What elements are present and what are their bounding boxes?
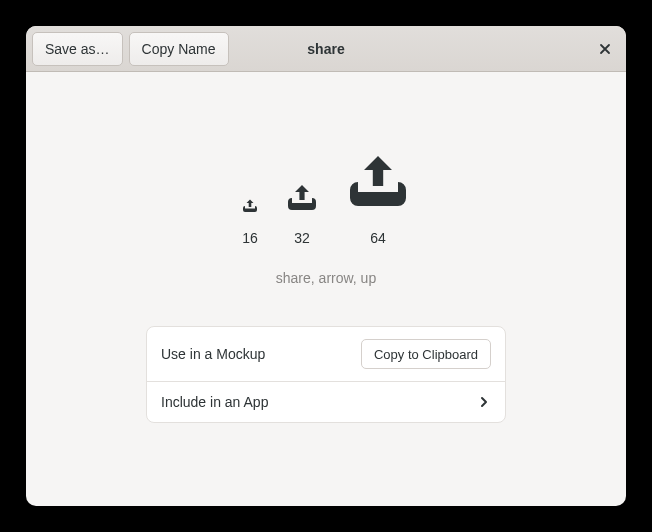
icon-size-label: 32 <box>294 230 310 246</box>
action-list: Use in a Mockup Copy to Clipboard Includ… <box>146 326 506 423</box>
icon-preview-64: 64 <box>346 150 410 246</box>
icon-size-label: 64 <box>370 230 386 246</box>
use-in-mockup-row: Use in a Mockup Copy to Clipboard <box>147 327 505 381</box>
icon-preview-32: 32 <box>286 182 318 246</box>
include-in-app-row[interactable]: Include in an App <box>147 381 505 422</box>
icon-detail-window: Save as… Copy Name share 16 32 <box>26 26 626 506</box>
copy-name-button[interactable]: Copy Name <box>129 32 229 66</box>
include-in-app-label: Include in an App <box>161 394 268 410</box>
close-icon <box>599 43 611 55</box>
headerbar: Save as… Copy Name share <box>26 26 626 72</box>
icon-size-preview-row: 16 32 64 <box>242 150 410 246</box>
icon-preview-16: 16 <box>242 198 258 246</box>
share-icon <box>286 182 318 214</box>
copy-to-clipboard-button[interactable]: Copy to Clipboard <box>361 339 491 369</box>
share-icon <box>242 198 258 214</box>
icon-tags: share, arrow, up <box>276 270 376 286</box>
close-button[interactable] <box>590 34 620 64</box>
chevron-right-icon <box>477 395 491 409</box>
header-button-group: Save as… Copy Name <box>32 32 229 66</box>
icon-size-label: 16 <box>242 230 258 246</box>
content-area: 16 32 64 share, arrow, up Use in a Mocku… <box>26 72 626 506</box>
save-as-button[interactable]: Save as… <box>32 32 123 66</box>
use-in-mockup-label: Use in a Mockup <box>161 346 265 362</box>
window-title: share <box>307 41 344 57</box>
share-icon <box>346 150 410 214</box>
